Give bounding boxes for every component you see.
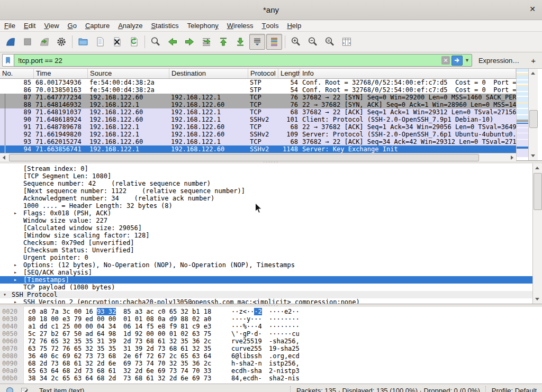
vscroll-thumb[interactable] — [529, 110, 538, 128]
find-packet-button[interactable] — [148, 34, 164, 50]
detail-line[interactable]: ▸[SEQ/ACK analysis] — [0, 269, 542, 276]
detail-line[interactable]: [Next sequence number: 1122 (relative se… — [0, 187, 542, 195]
menu-edit[interactable]: Edit — [20, 20, 40, 31]
detail-line[interactable]: TCP payload (1080 bytes) — [0, 284, 542, 291]
zoom-in-button[interactable] — [288, 34, 304, 50]
hex-row[interactable]: 003080 18 00 e3 79 ed 00 0001 01 08 0a d… — [0, 315, 542, 323]
zoom-original-button[interactable] — [322, 34, 338, 50]
packet-row[interactable]: 9271.661949820192.168.122.1192.168.122.6… — [0, 131, 516, 138]
filter-input[interactable]: !tcp.port == 22 ✕ ▼ — [14, 54, 472, 67]
menu-file[interactable]: File — [0, 20, 20, 31]
filter-clear-button[interactable]: ✕ — [441, 56, 450, 65]
packet-list-scrollbar[interactable] — [528, 69, 538, 160]
packet-row[interactable]: 9471.663856741192.168.122.1192.168.122.6… — [0, 145, 516, 153]
scroll-up-arrow-icon[interactable] — [533, 164, 541, 172]
menu-view[interactable]: View — [40, 20, 63, 31]
detail-line[interactable]: [Window size scaling factor: 128] — [0, 232, 542, 239]
auto-scroll-button[interactable] — [249, 34, 265, 50]
resize-columns-button[interactable] — [339, 34, 355, 50]
menu-tools[interactable]: Tools — [258, 20, 283, 31]
column-header-protocol[interactable]: Protocol — [248, 69, 278, 78]
close-icon[interactable]: ✕ — [529, 5, 536, 13]
menu-help[interactable]: Help — [283, 20, 305, 31]
hex-row[interactable]: 00505c 27 b2 67 50 ad 64 981d 92 00 00 0… — [0, 330, 542, 338]
restart-capture-button[interactable] — [37, 34, 52, 50]
column-header-destination[interactable]: Destination — [169, 69, 248, 78]
start-capture-button[interactable] — [3, 34, 19, 50]
reload-file-button[interactable] — [126, 34, 142, 50]
detail-line[interactable]: Acknowledgment number: 34 (relative ack … — [0, 195, 542, 202]
go-first-button[interactable] — [215, 34, 231, 50]
packet-row[interactable]: 8971.648191037192.168.122.60192.168.122.… — [0, 108, 516, 116]
column-header-length[interactable]: Length — [278, 69, 300, 78]
expand-arrow-icon[interactable]: ▸ — [14, 269, 21, 276]
detail-line[interactable]: 1000 .... = Header Length: 32 bytes (8) — [0, 202, 542, 209]
detail-line[interactable]: [Checksum Status: Unverified] — [0, 247, 542, 254]
hex-row[interactable]: 0040a1 dd c1 25 00 00 04 3406 14 f5 e8 f… — [0, 323, 542, 330]
expand-arrow-icon[interactable]: ▸ — [14, 261, 21, 269]
packet-row[interactable]: 8871.648146932192.168.122.1192.168.122.6… — [0, 101, 516, 108]
hscroll-thumb[interactable] — [9, 154, 479, 161]
hex-row[interactable]: 0020c0 a8 7a 3c 00 16 93 3285 a3 ac c0 6… — [0, 308, 542, 315]
detail-line[interactable]: ▸Flags: 0x018 (PSH, ACK) — [0, 209, 542, 217]
detail-line[interactable]: ▾SSH Protocol — [0, 291, 542, 298]
column-header-no[interactable]: No. — [0, 69, 34, 78]
packet-list-minimap[interactable] — [516, 69, 528, 160]
detail-line[interactable]: ▸[Timestamps] — [0, 276, 542, 284]
column-header-info[interactable]: Info — [300, 69, 516, 78]
scroll-down-arrow-icon[interactable] — [529, 152, 537, 160]
expert-info-button[interactable] — [4, 385, 15, 392]
expand-arrow-icon[interactable]: ▸ — [14, 209, 21, 217]
scroll-up-arrow-icon[interactable] — [529, 69, 537, 77]
menu-go[interactable]: Go — [64, 20, 81, 31]
filter-add-button[interactable]: + — [531, 56, 536, 65]
zoom-out-button[interactable] — [305, 34, 321, 50]
menu-statistics[interactable]: Statistics — [147, 20, 183, 31]
menu-analyze[interactable]: Analyze — [114, 20, 147, 31]
scroll-down-arrow-icon[interactable] — [533, 295, 541, 303]
packet-list-hscrollbar[interactable] — [0, 153, 516, 161]
menu-capture[interactable]: Capture — [81, 20, 114, 31]
open-file-button[interactable] — [75, 34, 91, 50]
details-scrollbar[interactable] — [532, 163, 542, 304]
vscroll-thumb[interactable] — [534, 173, 542, 210]
capture-options-button[interactable] — [53, 34, 69, 50]
go-last-button[interactable] — [232, 34, 248, 50]
go-to-packet-button[interactable] — [198, 34, 214, 50]
detail-line[interactable]: [TCP Segment Len: 1080] — [0, 172, 542, 180]
detail-line[interactable]: [Calculated window size: 29056] — [0, 224, 542, 232]
expand-arrow-icon[interactable]: ▸ — [14, 298, 21, 304]
hex-row[interactable]: 008036 40 6c 69 62 73 73 682e 6f 72 67 2… — [0, 352, 542, 360]
save-file-button[interactable] — [92, 34, 108, 50]
title-bar[interactable]: *any ✕ — [0, 0, 542, 20]
go-back-button[interactable] — [165, 34, 180, 50]
hex-row[interactable]: 009068 2d 73 68 61 32 2d 6e69 73 74 70 3… — [0, 360, 542, 367]
detail-line[interactable]: Sequence number: 42 (relative sequence n… — [0, 180, 542, 187]
detail-line[interactable]: Checksum: 0x79ed [unverified] — [0, 239, 542, 247]
packet-row[interactable]: 9071.648618924192.168.122.60192.168.122.… — [0, 116, 516, 123]
detail-line[interactable]: [Stream index: 0] — [0, 165, 542, 172]
expand-arrow-icon[interactable]: ▸ — [14, 276, 21, 284]
packet-row[interactable]: 8568.001734936fe:54:00:d4:38:2aSTP54Conf… — [0, 79, 516, 86]
packet-row[interactable]: 9171.648789678192.168.122.1192.168.122.6… — [0, 123, 516, 131]
expression-button[interactable]: Expression… — [478, 57, 519, 65]
packet-row[interactable]: 9371.662015274192.168.122.60192.168.122.… — [0, 138, 516, 145]
scroll-left-arrow-icon[interactable] — [0, 154, 8, 161]
hex-row[interactable]: 00b038 34 2c 65 63 64 68 2d73 68 61 32 2… — [0, 375, 542, 382]
detail-line[interactable]: ▸SSH Version 2 (encryption:chacha20-poly… — [0, 298, 542, 304]
packet-row[interactable]: 8771.647777234192.168.122.60192.168.122.… — [0, 94, 516, 101]
capture-comment-button[interactable] — [19, 385, 30, 392]
detail-line[interactable]: Window size value: 227 — [0, 217, 542, 224]
menu-wireless[interactable]: Wireless — [223, 20, 258, 31]
packet-row[interactable]: 8670.013850163fe:54:00:d4:38:2aSTP54Conf… — [0, 86, 516, 94]
menu-telephony[interactable]: Telephony — [183, 20, 222, 31]
close-file-button[interactable] — [109, 34, 125, 50]
detail-line[interactable]: Urgent pointer: 0 — [0, 254, 542, 261]
filter-apply-button[interactable] — [451, 56, 463, 66]
detail-line[interactable]: ▸Options: (12 bytes), No-Operation (NOP)… — [0, 261, 542, 269]
status-profile[interactable]: Profile: Default — [492, 387, 537, 392]
filter-bookmark-button[interactable] — [2, 54, 14, 67]
scroll-right-arrow-icon[interactable] — [508, 154, 516, 161]
stop-capture-button[interactable] — [20, 34, 35, 50]
colorize-button[interactable] — [266, 34, 282, 50]
